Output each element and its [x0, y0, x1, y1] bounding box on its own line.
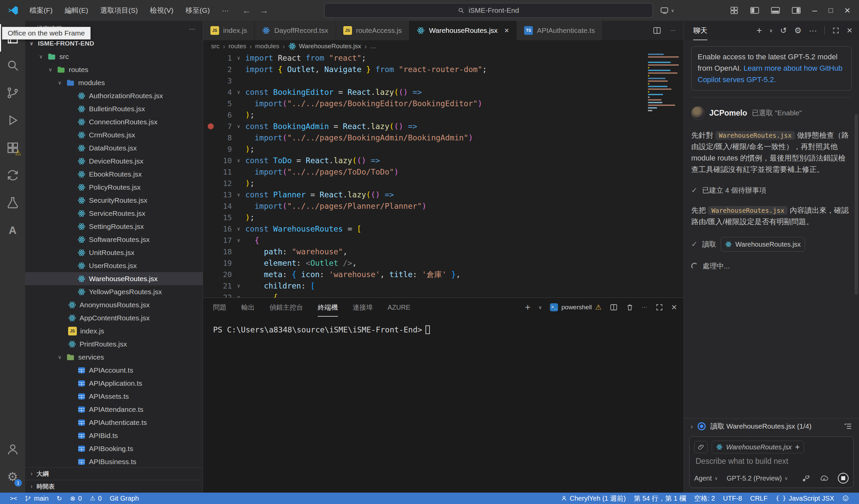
- maximize-button[interactable]: □: [828, 7, 833, 14]
- line-number[interactable]: 21: [203, 282, 232, 290]
- copilot-status[interactable]: [838, 495, 853, 502]
- toggle-sidebar-icon[interactable]: [750, 6, 759, 14]
- git-sync[interactable]: ↻: [53, 494, 66, 502]
- tree-item-apibooking-ts[interactable]: APIBooking.ts: [25, 442, 203, 455]
- tree-item-unitroutes-jsx[interactable]: UnitRoutes.jsx: [25, 246, 203, 259]
- menu-編輯-e[interactable]: 編輯(E): [60, 4, 93, 17]
- tree-item-securityroutes-jsx[interactable]: SecurityRoutes.jsx: [25, 194, 203, 207]
- tree-item-apiaccount-ts[interactable]: APIAccount.ts: [25, 364, 203, 377]
- toggle-secondary-sidebar-icon[interactable]: [792, 6, 801, 14]
- activity-extensions[interactable]: ⚠: [0, 134, 25, 161]
- editor-more-actions-icon[interactable]: ···: [670, 28, 676, 33]
- attach-context-button[interactable]: [694, 441, 708, 453]
- attached-file-pill[interactable]: WarehouseRoutes.jsx +: [712, 441, 804, 453]
- tree-item-serviceroutes-jsx[interactable]: ServiceRoutes.jsx: [25, 207, 203, 220]
- split-editor-icon[interactable]: [653, 26, 661, 35]
- code-editor[interactable]: 1 ∨ import React from "react";2 import {…: [203, 52, 683, 298]
- activity-settings[interactable]: ⚙1: [0, 463, 25, 491]
- fold-icon[interactable]: ∨: [232, 226, 245, 232]
- line-number[interactable]: 10: [203, 157, 232, 165]
- trash-icon[interactable]: [626, 303, 634, 311]
- eol[interactable]: CRLF: [746, 494, 771, 502]
- fold-icon[interactable]: ∨: [232, 55, 245, 61]
- menu-選取項目-s[interactable]: 選取項目(S): [96, 4, 142, 17]
- close-panel-icon[interactable]: ×: [672, 302, 677, 313]
- split-terminal-icon[interactable]: [610, 303, 618, 311]
- line-number[interactable]: 6: [203, 111, 232, 119]
- activity-accounts[interactable]: [0, 436, 25, 463]
- tree-item-settingroutes-jsx[interactable]: SettingRoutes.jsx: [25, 220, 203, 233]
- explorer-more-actions-icon[interactable]: ···: [189, 25, 195, 32]
- chat-input-placeholder[interactable]: Describe what to build next: [694, 457, 848, 470]
- minimap[interactable]: [648, 53, 680, 113]
- breakpoint-icon[interactable]: [208, 123, 214, 129]
- panel-tab-連接埠[interactable]: 連接埠: [353, 298, 373, 317]
- todo-list-icon[interactable]: [844, 422, 852, 430]
- customize-layout-icon[interactable]: [730, 6, 739, 15]
- breadcrumb-trail[interactable]: …: [370, 43, 376, 50]
- line-number[interactable]: 12: [203, 179, 232, 188]
- warnings[interactable]: ⚠0: [86, 494, 106, 502]
- panel-tab-偵錯主控台[interactable]: 偵錯主控台: [269, 298, 303, 317]
- chat-history-icon[interactable]: ↺: [780, 26, 787, 35]
- terminal-content[interactable]: PS C:\Users\a8348\source\iSME\iSME-Front…: [203, 317, 683, 334]
- activity-source-control[interactable]: [0, 79, 25, 107]
- tab-apiauthenticate-ts[interactable]: TS APIAuthenticate.ts: [517, 21, 603, 40]
- activity-extension-a[interactable]: A: [0, 217, 25, 244]
- minimize-button[interactable]: –: [812, 6, 817, 15]
- fold-icon[interactable]: ∨: [232, 157, 245, 163]
- expand-chat-icon[interactable]: [832, 27, 840, 34]
- add-context-icon[interactable]: +: [795, 442, 800, 452]
- tree-item-src[interactable]: ∨src: [25, 50, 203, 63]
- file-read-row[interactable]: ✓讀取 WarehouseRoutes.jsx: [691, 237, 852, 252]
- panel-tab-輸出[interactable]: 輸出: [241, 298, 255, 317]
- line-number[interactable]: 2: [203, 65, 232, 74]
- tree-item-index-js[interactable]: JSindex.js: [25, 325, 203, 337]
- breadcrumb-item-routes[interactable]: routes: [228, 43, 246, 50]
- panel-more-actions-icon[interactable]: ···: [642, 304, 647, 310]
- line-number[interactable]: 19: [203, 259, 232, 267]
- cloud-send-icon[interactable]: [819, 474, 829, 482]
- timeline-section[interactable]: › 時間表: [25, 480, 203, 493]
- panel-tab-azure[interactable]: AZURE: [388, 298, 410, 317]
- outline-section[interactable]: › 大綱: [25, 467, 203, 480]
- indentation[interactable]: 空格: 2: [690, 494, 719, 503]
- tools-icon[interactable]: [802, 474, 810, 483]
- breadcrumb[interactable]: src›routes›modules› WarehouseRoutes.jsx …: [203, 40, 683, 52]
- line-number[interactable]: 7: [203, 122, 232, 131]
- encoding[interactable]: UTF-8: [719, 494, 746, 502]
- line-number[interactable]: 3: [203, 77, 232, 85]
- line-number[interactable]: 17: [203, 236, 232, 245]
- remote-indicator[interactable]: ><: [6, 495, 21, 502]
- toggle-panel-icon[interactable]: [771, 6, 780, 14]
- copilot-menu-button[interactable]: ∨: [660, 7, 675, 14]
- close-tab-icon[interactable]: ×: [504, 26, 509, 35]
- fold-icon[interactable]: ∨: [232, 89, 245, 95]
- errors[interactable]: ⊗0: [66, 494, 86, 502]
- tree-item-yellowpagesroutes-jsx[interactable]: YellowPagesRoutes.jsx: [25, 285, 203, 298]
- new-terminal-icon[interactable]: +: [525, 302, 530, 313]
- tree-item-crmroutes-jsx[interactable]: CrmRoutes.jsx: [25, 128, 203, 141]
- line-number[interactable]: 4: [203, 88, 232, 96]
- cursor-position[interactable]: 第 54 行，第 1 欄: [630, 494, 690, 503]
- tree-item-softwareroutes-jsx[interactable]: SoftwareRoutes.jsx: [25, 233, 203, 246]
- tree-item-routes[interactable]: ∨routes: [25, 63, 203, 76]
- model-picker[interactable]: GPT-5.2 (Preview) ∨: [727, 474, 788, 482]
- tree-item-modules[interactable]: ∨modules: [25, 76, 203, 89]
- tree-item-apiattendance-ts[interactable]: APIAttendance.ts: [25, 403, 203, 416]
- fold-icon[interactable]: ∨: [232, 192, 245, 198]
- activity-testing[interactable]: [0, 189, 25, 217]
- language-mode[interactable]: { }JavaScript JSX: [772, 494, 838, 502]
- gear-icon[interactable]: ⚙: [794, 26, 802, 35]
- tree-item-appcontentroutes-jsx[interactable]: AppContentRoutes.jsx: [25, 311, 203, 325]
- file-pill[interactable]: WarehouseRoutes.jsx: [721, 237, 805, 252]
- line-number[interactable]: 14: [203, 202, 232, 210]
- tree-item-apibid-ts[interactable]: APIBid.ts: [25, 429, 203, 442]
- tree-item-dataroutes-jsx[interactable]: DataRoutes.jsx: [25, 141, 203, 155]
- tab-index-js[interactable]: JS index.js: [203, 21, 255, 40]
- line-number[interactable]: 18: [203, 248, 232, 256]
- fold-icon[interactable]: ∨: [232, 237, 245, 243]
- menu-檢視-v[interactable]: 檢視(V): [145, 4, 178, 17]
- fold-icon[interactable]: ∨: [232, 294, 245, 298]
- line-number[interactable]: 9: [203, 145, 232, 154]
